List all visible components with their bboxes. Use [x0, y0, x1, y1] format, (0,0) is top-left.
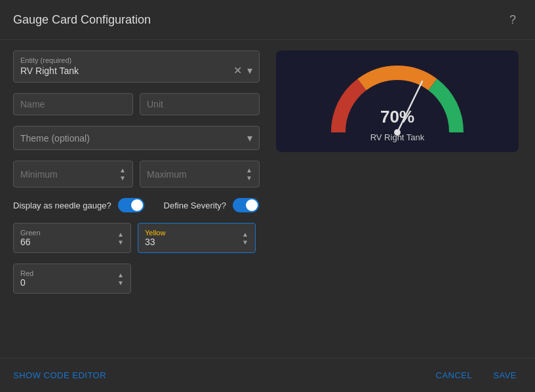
- dialog-header: Gauge Card Configuration ?: [0, 0, 535, 40]
- needle-toggle-label: Display as needle gauge?: [13, 201, 111, 210]
- name-input-wrap[interactable]: [13, 93, 133, 115]
- severity-toggle-item: Define Severity?: [164, 198, 259, 212]
- gauge-card-config-dialog: Gauge Card Configuration ? Entity (requi…: [0, 0, 535, 392]
- cancel-button[interactable]: CANCEL: [431, 366, 478, 384]
- yellow-label: Yellow: [145, 229, 242, 237]
- needle-toggle-item: Display as needle gauge?: [13, 198, 144, 212]
- save-button[interactable]: SAVE: [488, 366, 522, 384]
- red-label: Red: [20, 269, 117, 277]
- maximum-input-wrap[interactable]: ▲ ▼: [140, 161, 260, 187]
- unit-input-wrap[interactable]: [140, 93, 260, 115]
- help-button[interactable]: ?: [504, 10, 522, 29]
- theme-field-group: Theme (optional) ▾: [13, 126, 260, 150]
- svg-text:70%: 70%: [380, 107, 414, 127]
- footer-right: CANCEL SAVE: [431, 366, 522, 384]
- red-field-group: Red ▲ ▼: [13, 264, 131, 294]
- gauge-svg-wrap: 70%: [325, 60, 469, 139]
- entity-label: Entity (required): [20, 56, 252, 64]
- unit-field-group: [140, 93, 260, 115]
- yellow-field-group: Yellow ▲ ▼: [138, 223, 256, 253]
- unit-input[interactable]: [147, 99, 252, 109]
- severity-toggle-label: Define Severity?: [164, 201, 226, 210]
- minimum-field-group: ▲ ▼: [13, 161, 133, 187]
- theme-select[interactable]: Theme (optional) ▾: [13, 126, 260, 150]
- needle-toggle-switch[interactable]: [118, 198, 144, 212]
- show-code-button[interactable]: SHOW CODE EDITOR: [13, 370, 106, 380]
- theme-dropdown-icon: ▾: [247, 132, 252, 144]
- minimum-spinner[interactable]: ▲ ▼: [119, 167, 126, 182]
- dropdown-icon[interactable]: ▾: [247, 64, 252, 77]
- min-max-row: ▲ ▼ ▲ ▼: [13, 161, 260, 187]
- yellow-spinner[interactable]: ▲ ▼: [242, 231, 248, 246]
- severity-toggle-switch[interactable]: [233, 198, 259, 212]
- clear-icon[interactable]: ✕: [233, 64, 242, 77]
- yellow-input[interactable]: [145, 237, 242, 247]
- green-input-wrap[interactable]: Green ▲ ▼: [13, 223, 131, 253]
- minimum-input-wrap[interactable]: ▲ ▼: [13, 161, 133, 187]
- red-input[interactable]: [20, 277, 117, 288]
- maximum-field-group: ▲ ▼: [140, 161, 260, 187]
- green-input[interactable]: [20, 237, 117, 247]
- green-spinner[interactable]: ▲ ▼: [117, 231, 124, 246]
- toggle-row: Display as needle gauge? Define Severity…: [13, 198, 260, 212]
- name-input[interactable]: [20, 99, 126, 109]
- name-unit-row: [13, 93, 260, 115]
- green-field-group: Green ▲ ▼: [13, 223, 131, 253]
- red-spinner[interactable]: ▲ ▼: [117, 271, 124, 286]
- dialog-title: Gauge Card Configuration: [13, 13, 151, 27]
- entity-value: RV Right Tank: [20, 66, 79, 76]
- right-panel: 70% RV Right Tank: [273, 50, 522, 347]
- entity-value-row: RV Right Tank ✕ ▾: [20, 64, 252, 77]
- minimum-input[interactable]: [20, 169, 119, 180]
- dialog-footer: SHOW CODE EDITOR CANCEL SAVE: [0, 358, 535, 392]
- yellow-input-wrap[interactable]: Yellow ▲ ▼: [138, 223, 256, 253]
- maximum-spinner[interactable]: ▲ ▼: [246, 167, 252, 182]
- severity-fields-row: Green ▲ ▼ Yellow: [13, 223, 260, 253]
- entity-field[interactable]: Entity (required) RV Right Tank ✕ ▾: [13, 50, 260, 83]
- left-panel: Entity (required) RV Right Tank ✕ ▾: [13, 50, 260, 347]
- green-label: Green: [20, 229, 117, 237]
- gauge-preview: 70% RV Right Tank: [276, 50, 519, 152]
- red-input-wrap[interactable]: Red ▲ ▼: [13, 264, 131, 294]
- theme-placeholder: Theme (optional): [20, 133, 90, 144]
- entity-icons: ✕ ▾: [233, 64, 252, 77]
- name-field-group: [13, 93, 133, 115]
- gauge-svg: 70%: [325, 60, 469, 139]
- dialog-body: Entity (required) RV Right Tank ✕ ▾: [0, 40, 535, 358]
- svg-point-1: [394, 129, 401, 136]
- maximum-input[interactable]: [147, 169, 246, 180]
